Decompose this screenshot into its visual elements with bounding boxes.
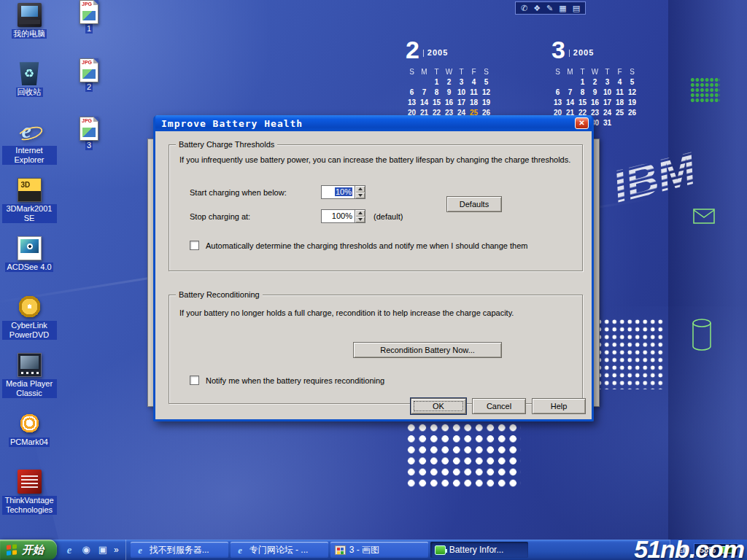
calendar-day: 1: [430, 79, 443, 86]
media-quicklaunch-icon[interactable]: ◉: [80, 544, 92, 556]
wallpaper-halftone-dots-large: [406, 422, 521, 488]
ie-quicklaunch-icon[interactable]: e: [63, 544, 75, 556]
spinner-down-icon[interactable]: [355, 192, 365, 199]
thresholds-description: If you infrequently use battery power, y…: [179, 155, 570, 164]
wallpaper-band: [668, 0, 747, 560]
desktop-icon-jpg-1[interactable]: JPG1: [61, 0, 117, 50]
spinner-up-icon[interactable]: [355, 186, 365, 192]
pen-icon[interactable]: ✎: [546, 2, 553, 14]
desktop-icon-pcmark[interactable]: PCMark04: [1, 411, 57, 461]
internet-explorer-icon: [18, 120, 42, 144]
dialog-titlebar[interactable]: Improve Battery Health ✕: [155, 115, 592, 131]
language-indicator[interactable]: EN: [678, 545, 689, 554]
wallpaper-calendar: 3 | 2005 SMTWTFS123456789101112131415161…: [551, 38, 638, 127]
calendar-day: [626, 120, 638, 127]
recondition-battery-button[interactable]: Recondition Battery Now...: [353, 342, 502, 358]
keyboard-icon[interactable]: ▦: [559, 2, 566, 14]
desktop-icon-recycle-bin[interactable]: 回收站: [1, 61, 57, 111]
battery-icon: [719, 546, 732, 553]
spinner-down-icon[interactable]: [355, 217, 365, 223]
acdsee-icon: [18, 236, 42, 260]
phone-icon[interactable]: ✆: [521, 2, 527, 14]
calendar-day: 4: [468, 79, 480, 86]
calendar-day-header: T: [601, 69, 614, 76]
start-threshold-spinner[interactable]: 10%: [321, 185, 365, 199]
desktop-icons: 我的电脑回收站Internet Explorer3DMark2001 SEACD…: [1, 3, 57, 519]
calendar-day: 11: [614, 89, 626, 96]
desktop-icon-3dmark[interactable]: 3DMark2001 SE: [1, 178, 57, 228]
calendar-day: 3: [601, 79, 614, 86]
calendar-day: [551, 79, 564, 86]
spinner-buttons: [355, 185, 365, 199]
group-label: Battery Charge Thresholds: [176, 140, 277, 149]
desktop-icon-mpc[interactable]: Media Player Classic: [1, 353, 57, 402]
desktop-icon-jpg-3[interactable]: JPG3: [61, 117, 117, 166]
start-button[interactable]: 开始: [0, 540, 57, 560]
task-label: 找不到服务器...: [150, 544, 209, 556]
default-note: (default): [374, 212, 403, 221]
calendar-day: 6: [551, 89, 564, 96]
calendar-day: 8: [430, 89, 443, 96]
battery-reconditioning-group: Battery Reconditioning If your battery n…: [169, 295, 583, 404]
calendar-header: 2 | 2005: [406, 38, 492, 61]
system-tray: EN 58%: [670, 540, 747, 560]
calendar-day: 17: [601, 99, 614, 106]
desktop-icon-internet-explorer[interactable]: Internet Explorer: [1, 120, 57, 169]
wallpaper-halftone-dots-small: [595, 318, 664, 389]
calendar-divider: |: [568, 48, 570, 57]
desktop-icon-jpg-2[interactable]: JPG2: [61, 58, 117, 108]
cancel-button[interactable]: Cancel: [472, 398, 526, 414]
desktop-icon-label: Internet Explorer: [2, 146, 57, 165]
calendar-day: 2: [589, 79, 601, 86]
close-button[interactable]: ✕: [575, 117, 589, 129]
reconditioning-description: If your battery no longer holds a full c…: [179, 308, 514, 317]
stop-threshold-field[interactable]: 100%: [321, 209, 355, 223]
ibm-logo-text: IBM: [608, 143, 701, 212]
group-label: Battery Reconditioning: [176, 290, 263, 300]
auto-determine-checkbox[interactable]: [190, 241, 199, 250]
ok-button[interactable]: OK: [411, 398, 466, 414]
ie-icon: e: [235, 545, 246, 555]
start-threshold-field[interactable]: 10%: [321, 185, 355, 199]
windows-flag-icon: [7, 544, 18, 556]
tray-battery-indicator[interactable]: 58%: [694, 543, 738, 556]
notify-reconditioning-checkbox-label[interactable]: Notify me when the battery requires reco…: [206, 376, 384, 385]
jpg-file-icon: JPG: [80, 58, 98, 82]
stop-threshold-spinner[interactable]: 100%: [321, 209, 365, 223]
taskbar-task[interactable]: e找不到服务器...: [131, 542, 228, 558]
taskbar: 开始 e◉▣» e找不到服务器...e专门网论坛 - ...3 - 画图Batt…: [0, 540, 747, 560]
calendar-day: 14: [564, 99, 576, 106]
calendar-day-header: M: [564, 69, 576, 76]
battery-percent: 58%: [700, 545, 716, 554]
calendar-day-header: M: [418, 69, 430, 76]
auto-determine-checkbox-label[interactable]: Automatically determine the charging thr…: [206, 241, 527, 250]
defaults-button[interactable]: Defaults: [446, 196, 502, 212]
calendar-day: 2: [443, 79, 455, 86]
calendar-day: 17: [455, 99, 468, 106]
show-desktop-icon[interactable]: ▣: [97, 544, 109, 556]
calendar-day: 15: [576, 99, 589, 106]
trackpoint-icon[interactable]: ❖: [533, 2, 541, 14]
calendar-day: 13: [551, 99, 564, 106]
quick-launch-overflow-icon[interactable]: »: [114, 545, 119, 555]
calendar-day: 12: [626, 89, 638, 96]
calendar-day-header: T: [455, 69, 468, 76]
taskbar-task[interactable]: 3 - 画图: [330, 542, 428, 558]
help-button[interactable]: Help: [532, 398, 586, 414]
calendar-day: 12: [480, 89, 492, 96]
desktop-icon-thinkvantage[interactable]: ThinkVantage Technologies: [1, 470, 57, 519]
3dmark-icon: [18, 178, 42, 202]
stop-charging-label: Stop charging at:: [190, 212, 250, 221]
desktop-icon-acdsee[interactable]: ACDSee 4.0: [1, 236, 57, 286]
desktop-icon-label: CyberLink PowerDVD: [2, 321, 57, 340]
spinner-up-icon[interactable]: [355, 210, 365, 217]
desktop-icon-my-computer[interactable]: 我的电脑: [1, 3, 57, 52]
calendar-day-header: F: [614, 69, 626, 76]
desktop-icon-powerdvd[interactable]: CyberLink PowerDVD: [1, 295, 57, 344]
page-icon[interactable]: ▤: [573, 2, 580, 14]
calendar-day: 25: [614, 109, 626, 117]
notify-reconditioning-checkbox[interactable]: [190, 376, 199, 385]
taskbar-task[interactable]: Battery Infor...: [430, 542, 528, 558]
start-charging-label: Start charging when below:: [190, 188, 287, 197]
taskbar-task[interactable]: e专门网论坛 - ...: [231, 542, 328, 558]
